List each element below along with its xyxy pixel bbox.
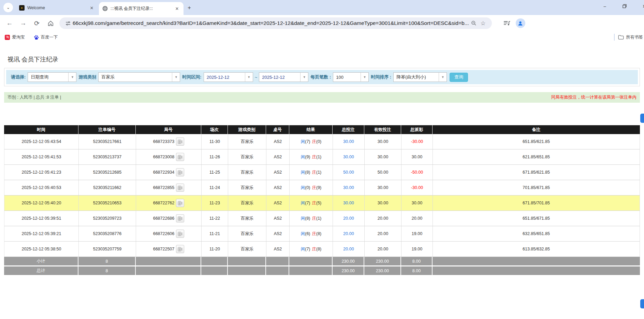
summary-empty	[289, 257, 333, 265]
video-replay-button[interactable]	[176, 214, 184, 222]
date-start-select[interactable]: 2025-12-12 ▼	[204, 72, 253, 82]
banker-score: (1)	[316, 216, 321, 221]
caret-down-icon[interactable]: ▼	[68, 73, 76, 82]
bet-id: 523035210653	[79, 195, 136, 211]
banker-label: 庄	[312, 200, 317, 206]
search-button[interactable]: 查询	[450, 73, 468, 82]
all-bookmarks-label: 所有书签	[626, 34, 643, 40]
bookmark-aitaobao[interactable]: 淘 爱淘宝	[5, 34, 25, 40]
video-replay-button[interactable]	[176, 184, 184, 192]
tab-bet-record[interactable]: :::视讯 会员下注纪录::: ✕	[99, 2, 184, 15]
table-row[interactable]: 2025-12-12 05:40:20523035210653668722762…	[4, 195, 640, 211]
caret-down-icon[interactable]: ▼	[361, 73, 368, 82]
bookmark-star-icon[interactable]: ☆	[481, 20, 486, 27]
per-page-select[interactable]: 100 ▼	[333, 72, 369, 82]
bet-table-footer: 小计8230.00230.008.00总计8230.00230.008.00	[4, 257, 640, 276]
tab-strip: ⌄ ✦ Welcome ✕ :::视讯 会员下注纪录::: ✕ + – ✕	[0, 0, 644, 15]
query-type-select[interactable]: 日期查询 ▼	[28, 72, 76, 82]
table-row[interactable]: 2025-12-12 05:39:51523035209723668722686…	[4, 211, 640, 226]
forward-icon[interactable]: →	[18, 18, 29, 29]
tab-welcome[interactable]: ✦ Welcome ✕	[16, 2, 98, 14]
minimize-button[interactable]: –	[595, 0, 615, 12]
close-window-button[interactable]: ✕	[634, 0, 644, 12]
back-icon[interactable]: ←	[4, 18, 15, 29]
profile-avatar[interactable]	[516, 18, 525, 28]
caret-down-icon[interactable]: ▼	[245, 73, 253, 82]
all-bookmarks[interactable]: 所有书签	[614, 31, 644, 43]
round-cell: 668723008	[136, 149, 202, 164]
summary-empty	[201, 266, 228, 275]
reload-icon[interactable]: ⟳	[31, 18, 42, 29]
result-cell: 闲(8)庄(1)	[290, 211, 333, 226]
banker-score: (1)	[316, 155, 321, 159]
folder-icon	[618, 35, 624, 40]
media-controls-icon[interactable]	[503, 20, 510, 26]
bet-record-table: 时间注单编号局号场次游戏类别桌号结果总投注有效投注总派彩备注 2025-12-1…	[4, 125, 640, 276]
total-bet: 20.00	[333, 226, 365, 241]
round-cell: 668722855	[136, 180, 202, 195]
game-type-select[interactable]: 百家乐 ▼	[98, 72, 180, 82]
date-end-select[interactable]: 2025-12-12 ▼	[259, 72, 308, 82]
table-row[interactable]: 2025-12-12 05:38:50523035207759668722507…	[4, 242, 640, 257]
close-tab-icon[interactable]: ✕	[89, 5, 95, 11]
summary-empty	[433, 257, 640, 265]
floating-edge-button-bottom[interactable]	[640, 299, 644, 308]
video-replay-button[interactable]	[176, 168, 184, 176]
round-number: 668722934	[153, 170, 175, 175]
note: 671.85/701.85	[433, 195, 640, 211]
video-replay-button[interactable]	[176, 245, 184, 253]
banker-label: 庄	[312, 231, 317, 237]
total-payout: -30.00	[401, 180, 433, 195]
valid-bet: 30.00	[365, 195, 401, 211]
bet-id: 523035211662	[79, 180, 136, 195]
game-type-value: 百家乐	[99, 73, 172, 82]
home-icon[interactable]	[45, 18, 56, 29]
session: 11-20	[202, 242, 228, 257]
result-cell: 闲(7)庄(8)	[290, 242, 333, 257]
video-replay-button[interactable]	[176, 199, 184, 207]
valid-bet: 20.00	[365, 226, 401, 241]
column-header: 结果	[289, 125, 333, 134]
caret-down-icon[interactable]: ▼	[300, 73, 308, 82]
video-replay-button[interactable]	[176, 153, 184, 161]
video-replay-button[interactable]	[176, 230, 184, 238]
banker-label: 庄	[312, 246, 317, 252]
floating-edge-button-top[interactable]	[640, 114, 644, 123]
session: 11-23	[202, 195, 228, 211]
bet-time: 2025-12-12 05:40:20	[4, 195, 79, 211]
caret-down-icon[interactable]: ▼	[172, 73, 180, 82]
url-text[interactable]: 66cxkj98.com/game/betrecord_search/kind3…	[73, 20, 469, 26]
address-bar[interactable]: 66cxkj98.com/game/betrecord_search/kind3…	[59, 17, 492, 29]
table-number: AS2	[266, 195, 290, 211]
table-row[interactable]: 2025-12-12 05:41:23523035212685668722934…	[4, 165, 640, 180]
total-bet: 20.00	[333, 242, 365, 257]
bookmarks-bar: 淘 爱淘宝 百度一下 所有书签	[0, 31, 644, 43]
bookmark-baidu[interactable]: 百度一下	[34, 34, 58, 40]
sort-select[interactable]: 降幂(由大到小) ▼	[393, 72, 447, 82]
close-tab-icon[interactable]: ✕	[174, 5, 180, 12]
zoom-out-icon[interactable]	[471, 20, 477, 26]
summary-total-bet: 230.00	[333, 257, 364, 265]
taobao-icon: 淘	[5, 35, 10, 40]
tab-search-button[interactable]: ⌄	[3, 3, 13, 12]
summary-payout: 8.00	[401, 266, 433, 275]
table-number: AS2	[266, 226, 290, 241]
new-tab-button[interactable]: +	[186, 4, 193, 12]
total-bet: 30.00	[333, 149, 365, 164]
table-row[interactable]: 2025-12-12 05:39:21523035208776668722606…	[4, 226, 640, 242]
note: 613.85/632.85	[433, 242, 640, 257]
table-row[interactable]: 2025-12-12 05:41:53523035213737668723008…	[4, 149, 640, 165]
result-cell: 闲(0)庄(9)	[290, 180, 333, 195]
caret-down-icon[interactable]: ▼	[439, 73, 447, 82]
filter-strip: 请选择: 日期查询 ▼ 游戏类别 百家乐 ▼ 时间区间: 2025-12-12 …	[6, 70, 638, 84]
date-range-label: 时间区间:	[182, 74, 201, 80]
per-page-label: 每页笔数 :	[310, 74, 331, 80]
video-replay-button[interactable]	[176, 137, 184, 146]
table-row[interactable]: 2025-12-12 05:40:53523035211662668722855…	[4, 180, 640, 195]
banker-score: (0)	[316, 139, 321, 144]
table-row[interactable]: 2025-12-12 05:43:54523035217661668723373…	[4, 134, 640, 149]
site-settings-icon[interactable]	[65, 21, 71, 26]
total-bet: 50.00	[333, 165, 365, 180]
restore-button[interactable]	[615, 0, 634, 12]
game-type: 百家乐	[228, 242, 266, 257]
